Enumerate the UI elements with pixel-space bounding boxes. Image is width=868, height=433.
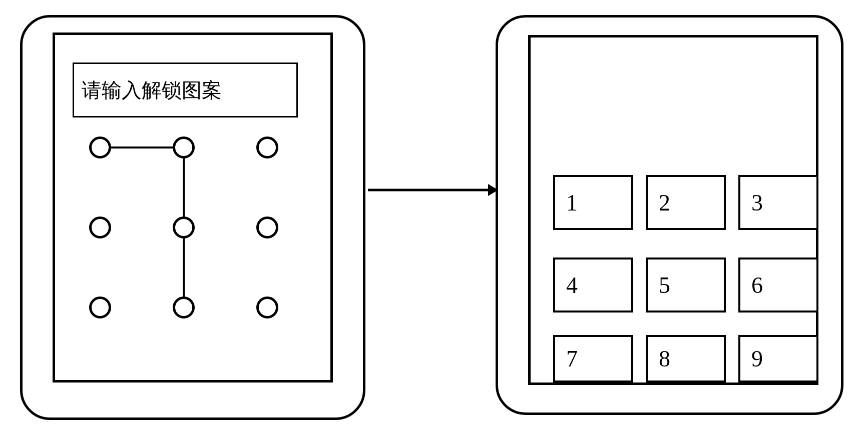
screen-keypad: 123456789 xyxy=(528,35,818,385)
pattern-dot[interactable] xyxy=(173,136,195,158)
pattern-dot[interactable] xyxy=(89,216,111,238)
keypad-key-label: 9 xyxy=(751,346,763,372)
keypad-key-label: 7 xyxy=(566,346,578,372)
keypad-key-3[interactable]: 3 xyxy=(738,175,818,230)
keypad-key-label: 5 xyxy=(659,272,670,298)
keypad-key-1[interactable]: 1 xyxy=(553,175,633,230)
pattern-lines xyxy=(55,35,335,385)
keypad-key-label: 3 xyxy=(751,190,763,216)
diagram-stage: 请输入解锁图案 123456789 xyxy=(0,0,868,433)
keypad-key-label: 6 xyxy=(751,272,763,298)
keypad-key-7[interactable]: 7 xyxy=(553,335,633,382)
transition-arrow-icon xyxy=(365,170,501,210)
device-keypad: 123456789 xyxy=(496,15,843,415)
device-pattern-lock: 请输入解锁图案 xyxy=(20,15,365,420)
keypad-key-label: 8 xyxy=(659,346,670,372)
keypad-key-label: 2 xyxy=(659,190,670,216)
keypad-key-label: 1 xyxy=(566,190,578,216)
screen-pattern-lock: 请输入解锁图案 xyxy=(53,32,333,382)
pattern-dot[interactable] xyxy=(256,136,278,158)
keypad-key-4[interactable]: 4 xyxy=(553,258,633,312)
keypad-key-2[interactable]: 2 xyxy=(646,175,726,230)
keypad-key-6[interactable]: 6 xyxy=(738,258,818,312)
keypad-key-label: 4 xyxy=(566,272,578,298)
pattern-dot[interactable] xyxy=(173,216,195,238)
pattern-dot[interactable] xyxy=(256,216,278,238)
pattern-dot[interactable] xyxy=(173,296,195,318)
pattern-dot[interactable] xyxy=(256,296,278,318)
keypad-key-5[interactable]: 5 xyxy=(646,258,726,312)
keypad-key-8[interactable]: 8 xyxy=(646,335,726,382)
pattern-dot[interactable] xyxy=(89,296,111,318)
keypad-key-9[interactable]: 9 xyxy=(738,335,818,382)
pattern-dot[interactable] xyxy=(89,136,111,158)
